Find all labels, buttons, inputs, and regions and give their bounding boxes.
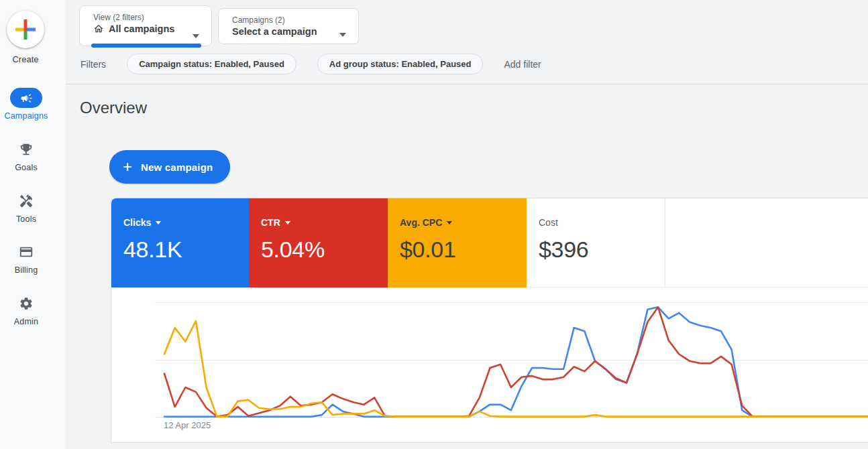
sidebar-item-campaigns[interactable]: Campaigns: [0, 88, 52, 121]
home-icon: [93, 23, 104, 34]
create-button[interactable]: Create: [7, 11, 44, 64]
trophy-icon: [10, 139, 42, 159]
filters-label: Filters: [80, 59, 106, 70]
sidebar-item-label: Billing: [0, 265, 52, 275]
sidebar-item-tools[interactable]: Tools: [0, 191, 52, 224]
tools-icon: [10, 191, 42, 211]
overview-panel: Clicks 48.1K CTR 5.04% Avg. CPC $0.01 Co…: [111, 198, 868, 443]
chevron-down-icon: [156, 221, 161, 224]
scorecard-clicks[interactable]: Clicks 48.1K: [111, 198, 249, 287]
create-label: Create: [7, 54, 44, 64]
scorecard-value: 5.04%: [261, 237, 388, 263]
filter-chip-ad-group-status[interactable]: Ad group status: Enabled, Paused: [317, 54, 484, 74]
chevron-down-icon: [285, 221, 290, 224]
scorecard-empty-slot: [665, 198, 868, 287]
google-plus-icon: [7, 11, 44, 48]
scorecard-value: 48.1K: [123, 237, 249, 263]
campaign-selector-label: Campaigns (2): [232, 15, 358, 25]
chevron-down-icon: [339, 33, 346, 37]
page-title: Overview: [80, 99, 147, 117]
scorecard-cost[interactable]: Cost $396: [527, 198, 665, 287]
filter-chip-campaign-status[interactable]: Campaign status: Enabled, Paused: [127, 54, 296, 74]
scorecard-label: Cost: [539, 217, 558, 228]
sidebar-item-goals[interactable]: Goals: [0, 139, 52, 172]
avg-cpc-line: [164, 321, 868, 417]
sidebar-item-label: Campaigns: [0, 111, 52, 121]
x-axis-start-label: 12 Apr 2025: [164, 420, 211, 430]
scorecard-value: $0.01: [400, 237, 527, 263]
campaign-selector[interactable]: Campaigns (2) Select a campaign: [218, 8, 359, 44]
sidebar: Create Campaigns Goals Tools Billing: [0, 0, 66, 449]
view-selector-value: All campaigns: [109, 23, 174, 34]
sidebar-item-billing[interactable]: Billing: [0, 242, 52, 275]
new-campaign-button[interactable]: + New campaign: [109, 150, 230, 184]
new-campaign-label: New campaign: [141, 162, 213, 173]
chevron-down-icon: [193, 34, 199, 38]
sidebar-item-label: Tools: [0, 214, 52, 224]
scorecard-avg-cpc[interactable]: Avg. CPC $0.01: [388, 198, 527, 287]
clicks-line: [164, 307, 868, 417]
header-divider: [66, 84, 868, 84]
sidebar-item-admin[interactable]: Admin: [0, 294, 52, 326]
view-selector-label: View (2 filters): [93, 13, 211, 22]
gear-icon: [10, 294, 42, 314]
credit-card-icon: [10, 242, 42, 262]
scorecard-ctr[interactable]: CTR 5.04%: [249, 198, 388, 287]
google-ads-overview-page: Create Campaigns Goals Tools Billing: [0, 0, 868, 449]
active-view-indicator: [91, 44, 201, 48]
sidebar-item-label: Admin: [0, 317, 52, 326]
add-filter-button[interactable]: Add filter: [504, 59, 541, 70]
campaign-selector-value: Select a campaign: [232, 26, 317, 37]
sidebar-item-label: Goals: [0, 163, 52, 172]
megaphone-icon: [10, 88, 42, 108]
scorecard-label: Clicks: [123, 217, 151, 228]
plus-icon: +: [123, 159, 132, 175]
performance-chart: [111, 289, 868, 443]
scorecard-value: $396: [539, 237, 665, 263]
filters-bar: Filters Campaign status: Enabled, Paused…: [80, 54, 541, 74]
view-selector[interactable]: View (2 filters) All campaigns: [79, 5, 212, 46]
chevron-down-icon: [447, 221, 452, 224]
scorecard-label: Avg. CPC: [400, 217, 442, 228]
scorecard-label: CTR: [261, 217, 280, 228]
